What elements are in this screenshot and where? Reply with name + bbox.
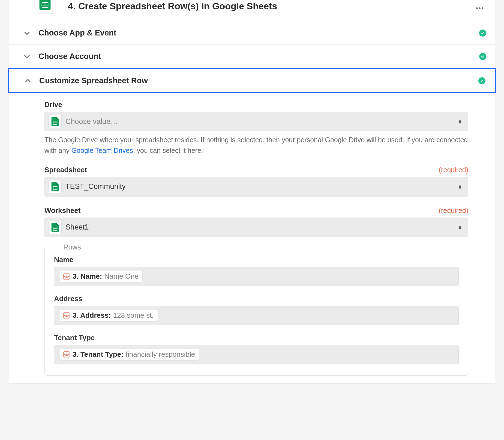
section-choose-account[interactable]: Choose Account [8,44,496,68]
field-drive: Drive Choose value… ▲▼ The Google Drive … [44,100,468,156]
rows-fieldset: Rows Name </> 3. Name: Name One Address [44,247,468,376]
section-choose-app-event[interactable]: Choose App & Event [8,21,496,44]
sort-arrows-icon: ▲▼ [458,225,462,230]
google-sheets-icon [49,221,62,234]
row-field-tenant-type: Tenant Type </> 3. Tenant Type: financia… [54,334,459,364]
chevron-up-icon [24,77,32,85]
step-menu-button[interactable] [474,0,486,13]
chevron-down-icon [23,53,31,60]
code-icon: </> [63,351,70,358]
pill-reference: 3. Name: [73,272,102,281]
row-input-tenant-type[interactable]: </> 3. Tenant Type: financially responsi… [54,345,459,364]
row-label: Address [54,295,459,303]
section-title: Choose Account [38,52,101,61]
pill-value: 123 some st. [113,311,154,320]
pill-value: financially responsible [126,350,195,359]
drive-help-text: The Google Drive where your spreadsheet … [44,135,468,156]
data-pill[interactable]: </> 3. Name: Name One [60,270,143,283]
section-title: Choose App & Event [38,28,116,37]
pill-reference: 3. Tenant Type: [73,350,124,359]
svg-point-3 [476,7,478,9]
google-team-drives-link[interactable]: Google Team Drives [71,147,133,154]
help-text-part: , you can select it here. [133,147,203,154]
row-label: Name [54,255,459,264]
required-tag: (required) [439,207,468,215]
google-sheets-icon [35,0,55,13]
sort-arrows-icon: ▲▼ [458,184,462,189]
chevron-down-icon [23,29,31,37]
field-worksheet: Worksheet (required) Sheet1 ▲▼ [44,206,468,237]
field-spreadsheet: Spreadsheet (required) TEST_Community ▲▼ [44,166,468,197]
drive-label: Drive [44,100,62,109]
step-header: 4. Create Spreadsheet Row(s) in Google S… [8,0,496,21]
row-field-address: Address </> 3. Address: 123 some st. [54,295,459,325]
sort-arrows-icon: ▲▼ [458,119,462,124]
spreadsheet-dropdown[interactable]: TEST_Community ▲▼ [44,177,468,197]
check-icon [479,53,486,60]
worksheet-value: Sheet1 [65,223,89,231]
check-icon [479,29,486,37]
row-input-address[interactable]: </> 3. Address: 123 some st. [54,306,459,325]
data-pill[interactable]: </> 3. Address: 123 some st. [60,309,158,322]
worksheet-dropdown[interactable]: Sheet1 ▲▼ [44,218,468,237]
section-title: Customize Spreadsheet Row [39,76,148,85]
row-input-name[interactable]: </> 3. Name: Name One [54,267,459,286]
spreadsheet-value: TEST_Community [65,182,126,191]
svg-point-4 [479,7,481,9]
step-title: 4. Create Spreadsheet Row(s) in Google S… [68,1,277,12]
drive-dropdown[interactable]: Choose value… ▲▼ [44,112,468,131]
worksheet-label: Worksheet [44,206,80,215]
data-pill[interactable]: </> 3. Tenant Type: financially responsi… [60,348,199,361]
code-icon: </> [63,312,70,319]
row-field-name: Name </> 3. Name: Name One [54,255,459,286]
google-sheets-icon [49,115,62,128]
rows-legend: Rows [58,243,86,251]
row-label: Tenant Type [54,334,459,342]
pill-reference: 3. Address: [73,311,111,320]
spreadsheet-label: Spreadsheet [44,166,87,174]
drive-placeholder: Choose value… [65,117,118,126]
pill-value: Name One [104,272,139,281]
section-customize-row[interactable]: Customize Spreadsheet Row [8,68,496,93]
customize-panel: Drive Choose value… ▲▼ The Google Drive … [8,93,496,383]
required-tag: (required) [439,166,468,174]
code-icon: </> [63,273,70,280]
google-sheets-icon [49,180,62,193]
check-icon [478,77,485,84]
svg-point-5 [482,7,483,9]
